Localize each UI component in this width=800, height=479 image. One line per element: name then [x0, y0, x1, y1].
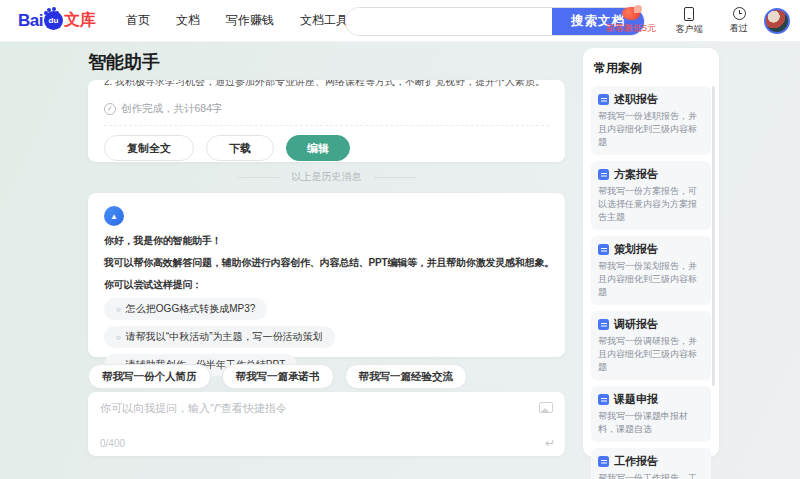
document-icon [598, 94, 609, 105]
history-divider-label: 以上是历史消息 [292, 170, 362, 184]
promo-entry[interactable]: 新客最低5元 [606, 7, 656, 35]
case-title: 工作报告 [614, 454, 658, 469]
suggestion-ogg-to-mp3[interactable]: ○ 怎么把OGG格式转换成MP3? [104, 298, 267, 320]
common-cases-title: 常用案例 [594, 60, 711, 77]
top-nav: Bai du 文库 首页 文档 写作赚钱 文档工具 更多 搜索文档 新客最低5元… [0, 0, 800, 42]
case-proposal-report[interactable]: 方案报告 帮我写一份方案报告，可以选择任意内容为方案报告主题 [591, 161, 711, 230]
nav-item-home[interactable]: 首页 [126, 12, 150, 29]
nav-item-doc-tools[interactable]: 文档工具 [300, 12, 348, 29]
case-title: 方案报告 [614, 167, 658, 182]
viewed-entry[interactable]: 看过 [722, 7, 756, 35]
suggestion-label: 怎么把OGG格式转换成MP3? [126, 302, 255, 316]
assistant-greeting-card: ▲ 你好，我是你的智能助手！ 我可以帮你高效解答问题，辅助你进行内容创作、内容总… [88, 193, 565, 357]
case-title: 述职报告 [614, 92, 658, 107]
case-head: 工作报告 [598, 454, 704, 469]
history-divider: 以上是历史消息 [88, 170, 565, 184]
case-desc: 帮我写一份方案报告，可以选择任意内容为方案报告主题 [598, 185, 704, 224]
clipped-message-text: 2. 我积极寻求学习机会，通过参加外部专业讲座、网络课程等方式，不断扩宽视野，提… [104, 80, 549, 89]
case-head: 策划报告 [598, 242, 704, 257]
case-desc: 帮我写一份述职报告，并且内容细化到三级内容标题 [598, 110, 704, 149]
chip-commitment-letter[interactable]: 帮我写一篇承诺书 [222, 364, 334, 389]
case-head: 方案报告 [598, 167, 704, 182]
wenku-assistant-page: Bai du 文库 首页 文档 写作赚钱 文档工具 更多 搜索文档 新客最低5元… [0, 0, 800, 479]
clock-icon [733, 7, 746, 20]
attach-image-icon[interactable] [539, 402, 553, 413]
case-head: 课题申报 [598, 392, 704, 407]
case-list-scrollbar[interactable] [712, 86, 715, 386]
suggestion-label: 请帮我以“中秋活动”为主题，写一份活动策划 [126, 330, 323, 344]
generation-status: ✓ 创作完成，共计684字 [104, 102, 549, 116]
user-avatar[interactable] [764, 8, 790, 34]
case-desc: 帮我写一份工作报告，工作类型随机 [598, 472, 704, 479]
greeting-line-3: 你可以尝试这样提问： [104, 278, 549, 292]
client-label: 客户端 [676, 23, 703, 36]
status-text: 创作完成，共计684字 [121, 102, 223, 116]
viewed-label: 看过 [730, 22, 748, 35]
bullet-icon: ○ [116, 305, 121, 314]
download-button[interactable]: 下载 [206, 135, 274, 161]
nav-item-docs[interactable]: 文档 [176, 12, 200, 29]
case-title: 调研报告 [614, 317, 658, 332]
search-bar: 搜索文档 [345, 7, 645, 36]
check-circle-icon: ✓ [104, 103, 116, 115]
bullet-icon: ○ [116, 333, 121, 342]
greeting-line-1: 你好，我是你的智能助手！ [104, 234, 549, 248]
greeting-line-2: 我可以帮你高效解答问题，辅助你进行内容创作、内容总结、PPT编辑等，并且帮助你激… [104, 256, 549, 270]
case-project-application[interactable]: 课题申报 帮我写一份课题申报材料，课题自选 [591, 386, 711, 442]
nav-utilities: 新客最低5元 客户端 看过 [606, 0, 756, 42]
case-title: 策划报告 [614, 242, 658, 257]
suggestion-midautumn-plan[interactable]: ○ 请帮我以“中秋活动”为主题，写一份活动策划 [104, 326, 335, 348]
promo-label: 新客最低5元 [606, 22, 656, 35]
case-desc: 帮我写一份调研报告，并且内容细化到三级内容标题 [598, 335, 704, 374]
clipped-message-row: 2. 我积极寻求学习机会，通过参加外部专业讲座、网络课程等方式，不断扩宽视野，提… [104, 80, 549, 89]
message-composer: 0/400 ↵ [88, 392, 565, 456]
char-counter: 0/400 [100, 438, 125, 449]
quick-prompt-chips: 帮我写一份个人简历 帮我写一篇承诺书 帮我写一篇经验交流 [88, 364, 467, 389]
common-cases-panel: 常用案例 述职报告 帮我写一份述职报告，并且内容细化到三级内容标题 方案报告 帮… [583, 48, 719, 457]
edit-button[interactable]: 编辑 [286, 135, 350, 161]
document-icon [598, 394, 609, 405]
phone-icon [684, 7, 694, 21]
baidu-wenku-logo[interactable]: Bai du 文库 [18, 10, 96, 31]
assistant-avatar-icon: ▲ [104, 206, 124, 226]
case-desc: 帮我写一份课题申报材料，课题自选 [598, 410, 704, 436]
case-head: 调研报告 [598, 317, 704, 332]
copy-full-text-button[interactable]: 复制全文 [104, 135, 194, 161]
promo-mascot-icon [622, 7, 640, 20]
baidu-paw-icon: du [44, 11, 63, 30]
case-research-report[interactable]: 调研报告 帮我写一份调研报告，并且内容细化到三级内容标题 [591, 311, 711, 380]
case-planning-report[interactable]: 策划报告 帮我写一份策划报告，并且内容细化到三级内容标题 [591, 236, 711, 305]
chip-experience-exchange[interactable]: 帮我写一篇经验交流 [345, 364, 468, 389]
composer-footer: 0/400 ↵ [100, 436, 555, 450]
history-message-card: 2. 我积极寻求学习机会，通过参加外部专业讲座、网络课程等方式，不断扩宽视野，提… [88, 80, 565, 162]
document-icon [598, 456, 609, 467]
case-title: 课题申报 [614, 392, 658, 407]
document-icon [598, 244, 609, 255]
case-list: 述职报告 帮我写一份述职报告，并且内容细化到三级内容标题 方案报告 帮我写一份方… [591, 86, 711, 479]
history-actions: 复制全文 下载 编辑 [104, 125, 549, 161]
message-input[interactable] [100, 401, 530, 427]
case-desc: 帮我写一份策划报告，并且内容细化到三级内容标题 [598, 260, 704, 299]
case-head: 述职报告 [598, 92, 704, 107]
client-entry[interactable]: 客户端 [672, 7, 706, 36]
logo-bai-text: Bai [18, 11, 43, 31]
case-work-report[interactable]: 工作报告 帮我写一份工作报告，工作类型随机 [591, 448, 711, 479]
chip-resume[interactable]: 帮我写一份个人简历 [88, 364, 211, 389]
search-input[interactable] [346, 8, 552, 35]
enter-send-icon[interactable]: ↵ [545, 436, 555, 450]
document-icon [598, 169, 609, 180]
document-icon [598, 319, 609, 330]
nav-item-write-earn[interactable]: 写作赚钱 [226, 12, 274, 29]
case-debriefing-report[interactable]: 述职报告 帮我写一份述职报告，并且内容细化到三级内容标题 [591, 86, 711, 155]
page-title: 智能助手 [88, 50, 160, 74]
logo-wenku-text: 文库 [64, 10, 96, 31]
